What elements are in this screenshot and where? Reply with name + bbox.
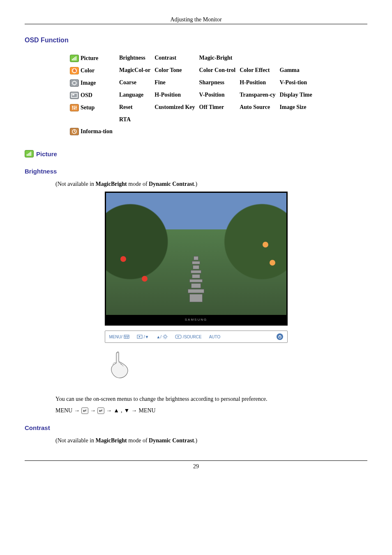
svg-rect-17 bbox=[76, 107, 77, 108]
enter-icon: ↵ bbox=[81, 407, 88, 414]
section-osd-function: OSD Function bbox=[25, 37, 367, 44]
color-icon bbox=[70, 67, 79, 74]
svg-line-36 bbox=[164, 335, 164, 335]
svg-marker-30 bbox=[139, 336, 141, 338]
brightness-down-button[interactable]: /▼ bbox=[137, 335, 149, 339]
cell: V-Posi-tion bbox=[280, 77, 316, 89]
down-arrow-icon: ▼ bbox=[124, 407, 130, 414]
svg-rect-0 bbox=[72, 59, 73, 60]
svg-line-39 bbox=[166, 335, 167, 335]
source-button[interactable]: /SOURCE bbox=[175, 335, 202, 339]
cell: Image Size bbox=[280, 102, 316, 114]
osd-function-table: Picture Brightness Contrast Magic-Bright… bbox=[70, 52, 316, 138]
svg-rect-25 bbox=[124, 335, 129, 338]
information-icon bbox=[70, 128, 79, 135]
picture-icon bbox=[70, 55, 79, 62]
page-number: 29 bbox=[25, 460, 367, 470]
image-icon bbox=[70, 79, 79, 87]
information-label: Informa-tion bbox=[81, 128, 113, 135]
svg-rect-3 bbox=[76, 56, 76, 60]
svg-rect-24 bbox=[30, 152, 31, 156]
brightness-nav: MENU → ↵ → ↵ → ▲ , ▼ → MENU bbox=[55, 407, 367, 414]
monitor-button-bar: MENU/ /▼ ▲/ /SOURCE AUTO bbox=[105, 331, 288, 343]
samsung-logo: SAMSUNG bbox=[105, 315, 288, 326]
osd-label: OSD bbox=[81, 92, 92, 99]
cell: RTA bbox=[119, 114, 154, 125]
picture-label: Picture bbox=[81, 55, 98, 62]
cell: Transparen-cy bbox=[240, 89, 279, 102]
cell: Magic-Bright bbox=[199, 52, 240, 65]
cell: Auto Source bbox=[240, 102, 279, 114]
osd-icon bbox=[70, 92, 79, 99]
auto-button[interactable]: AUTO bbox=[209, 335, 221, 339]
svg-point-31 bbox=[164, 335, 166, 338]
hand-icon bbox=[105, 349, 288, 384]
cell: Contrast bbox=[154, 52, 199, 65]
cell: V-Position bbox=[199, 89, 240, 102]
section-picture: Picture bbox=[36, 150, 57, 157]
up-arrow-icon: ▲ bbox=[113, 407, 119, 414]
svg-rect-16 bbox=[74, 108, 75, 109]
menu-button[interactable]: MENU/ bbox=[109, 335, 129, 339]
cell: Gamma bbox=[280, 65, 316, 77]
cell: Color Tone bbox=[154, 65, 199, 77]
svg-rect-22 bbox=[28, 153, 29, 156]
cell: Brightness bbox=[119, 52, 154, 65]
color-label: Color bbox=[81, 67, 95, 74]
cell: Customized Key bbox=[154, 102, 199, 114]
svg-rect-1 bbox=[73, 58, 74, 60]
cell: Coarse bbox=[119, 77, 154, 89]
brightness-up-button[interactable]: ▲/ bbox=[156, 334, 168, 339]
svg-rect-2 bbox=[74, 57, 75, 60]
cell bbox=[240, 52, 279, 65]
preview-image bbox=[105, 192, 288, 315]
svg-rect-21 bbox=[27, 154, 28, 156]
cell: H-Position bbox=[240, 77, 279, 89]
image-label: Image bbox=[81, 80, 96, 86]
svg-rect-11 bbox=[72, 94, 74, 95]
section-contrast: Contrast bbox=[25, 424, 367, 431]
svg-line-38 bbox=[164, 338, 164, 338]
cell: Color Effect bbox=[240, 65, 279, 77]
power-button[interactable] bbox=[277, 333, 283, 340]
cell: Language bbox=[119, 89, 154, 102]
picture-icon bbox=[25, 150, 34, 157]
section-brightness: Brightness bbox=[25, 168, 367, 175]
cell: Color Con-trol bbox=[199, 65, 240, 77]
svg-line-20 bbox=[74, 132, 76, 132]
svg-rect-5 bbox=[73, 81, 76, 85]
svg-line-37 bbox=[166, 338, 167, 338]
svg-rect-23 bbox=[29, 153, 30, 156]
brightness-desc: You can use the on-screen menus to chang… bbox=[55, 396, 367, 402]
cell: Off Timer bbox=[199, 102, 240, 114]
cell: Reset bbox=[119, 102, 154, 114]
setup-label: Setup bbox=[81, 104, 95, 111]
cell: H-Position bbox=[154, 89, 199, 102]
svg-rect-15 bbox=[72, 106, 74, 107]
cell: Sharpness bbox=[199, 77, 240, 89]
cell: MagicCol-or bbox=[119, 65, 154, 77]
page-header: Adjusting the Monitor bbox=[25, 16, 367, 24]
brightness-note: (Not available in MagicBright mode of Dy… bbox=[55, 181, 367, 187]
enter-icon: ↵ bbox=[97, 407, 104, 414]
contrast-note: (Not available in MagicBright mode of Dy… bbox=[55, 437, 367, 444]
cell: Display Time bbox=[280, 89, 316, 102]
monitor-preview: SAMSUNG MENU/ /▼ ▲/ /SOURCE AUTO bbox=[105, 192, 288, 384]
cell bbox=[280, 52, 316, 65]
setup-icon bbox=[70, 104, 79, 111]
cell: Fine bbox=[154, 77, 199, 89]
